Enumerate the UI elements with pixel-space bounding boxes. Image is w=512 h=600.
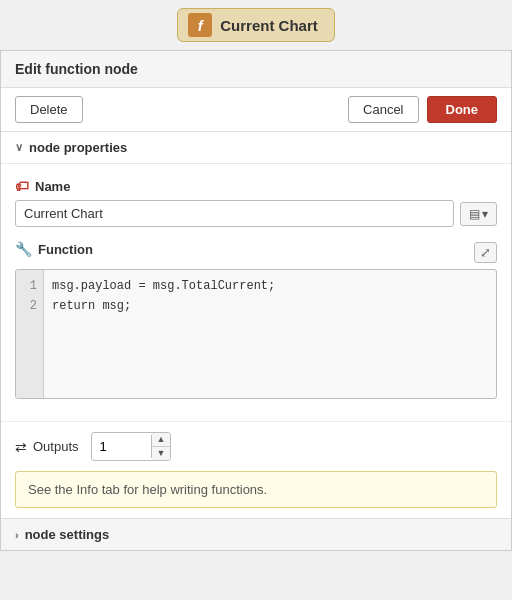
- done-button[interactable]: Done: [427, 96, 498, 123]
- panel-header: Edit function node: [1, 51, 511, 88]
- properties-content: 🏷 Name ▤ ▾ 🔧 Function ⤢: [1, 164, 511, 421]
- dropdown-arrow-icon: ▾: [482, 207, 488, 221]
- line-number-2: 2: [22, 296, 37, 316]
- outputs-label: ⇄ Outputs: [15, 439, 79, 455]
- outputs-number-input[interactable]: ▲ ▼: [91, 432, 172, 461]
- outputs-row: ⇄ Outputs ▲ ▼: [1, 421, 511, 471]
- code-editor[interactable]: 1 2 msg.payload = msg.TotalCurrent; retu…: [15, 269, 497, 399]
- outputs-icon: ⇄: [15, 439, 27, 455]
- function-field-label: 🔧 Function: [15, 241, 93, 257]
- name-icon-button[interactable]: ▤ ▾: [460, 202, 497, 226]
- node-properties-section-header[interactable]: ∨ node properties: [1, 132, 511, 164]
- function-label-row: 🔧 Function ⤢: [15, 241, 497, 263]
- chevron-down-icon: ∨: [15, 141, 23, 154]
- lock-icon: ▤: [469, 207, 480, 221]
- toolbar-right: Cancel Done: [348, 96, 497, 123]
- code-line-numbers: 1 2: [16, 270, 44, 398]
- toolbar: Delete Cancel Done: [1, 88, 511, 132]
- spinners: ▲ ▼: [152, 433, 171, 460]
- function-field-row: 🔧 Function ⤢ 1 2 msg.payload = msg.Total…: [15, 241, 497, 399]
- name-field-row: 🏷 Name ▤ ▾: [15, 178, 497, 227]
- cancel-button[interactable]: Cancel: [348, 96, 418, 123]
- name-input-row: ▤ ▾: [15, 200, 497, 227]
- name-label-text: Name: [35, 179, 70, 194]
- chevron-right-icon: ›: [15, 529, 19, 541]
- main-panel: Edit function node Delete Cancel Done ∨ …: [0, 51, 512, 551]
- spinner-down-button[interactable]: ▼: [152, 447, 171, 460]
- function-icon: f: [188, 13, 212, 37]
- node-settings-label: node settings: [25, 527, 110, 542]
- outputs-value-input[interactable]: [92, 435, 152, 458]
- code-content[interactable]: msg.payload = msg.TotalCurrent; return m…: [44, 270, 496, 398]
- line-number-1: 1: [22, 276, 37, 296]
- title-badge: f Current Chart: [177, 8, 335, 42]
- function-label-text: Function: [38, 242, 93, 257]
- wrench-icon: 🔧: [15, 241, 32, 257]
- info-box: See the Info tab for help writing functi…: [15, 471, 497, 508]
- tag-icon: 🏷: [15, 178, 29, 194]
- title-label: Current Chart: [220, 17, 318, 34]
- delete-button[interactable]: Delete: [15, 96, 83, 123]
- name-input[interactable]: [15, 200, 454, 227]
- title-bar: f Current Chart: [0, 0, 512, 51]
- spinner-up-button[interactable]: ▲: [152, 433, 171, 446]
- node-properties-label: node properties: [29, 140, 127, 155]
- node-settings-section-header[interactable]: › node settings: [1, 518, 511, 550]
- panel-header-title: Edit function node: [15, 61, 138, 77]
- expand-icon[interactable]: ⤢: [474, 242, 497, 263]
- outputs-number-main: ▲ ▼: [92, 433, 171, 460]
- outputs-label-text: Outputs: [33, 439, 79, 454]
- info-box-text: See the Info tab for help writing functi…: [28, 482, 267, 497]
- name-field-label: 🏷 Name: [15, 178, 497, 194]
